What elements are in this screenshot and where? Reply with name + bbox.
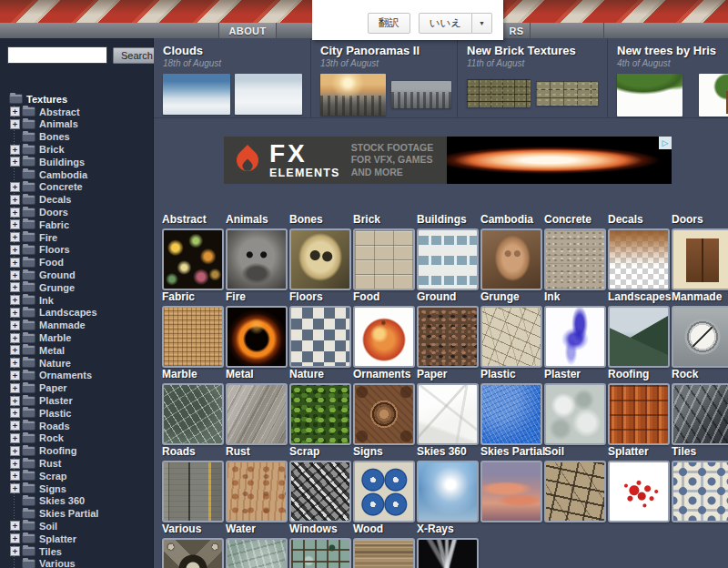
- texture-thumbnail[interactable]: [226, 383, 288, 445]
- featured-title[interactable]: City Panoramas II: [320, 44, 457, 57]
- featured-thumbnail[interactable]: [391, 81, 451, 108]
- sidebar-item-label[interactable]: Various: [39, 558, 76, 568]
- texture-category[interactable]: Various: [162, 522, 224, 568]
- expand-icon[interactable]: +: [10, 232, 20, 242]
- category-label[interactable]: Ink: [544, 290, 606, 304]
- texture-thumbnail[interactable]: [226, 228, 288, 290]
- texture-category[interactable]: Nature: [289, 368, 351, 445]
- sidebar-item-label[interactable]: Bones: [39, 131, 70, 142]
- texture-thumbnail[interactable]: [417, 383, 479, 445]
- sidebar-item-label[interactable]: Rock: [39, 432, 64, 443]
- category-label[interactable]: Rust: [226, 445, 288, 459]
- sidebar-item[interactable]: +Animals: [0, 118, 153, 131]
- texture-category[interactable]: Animals: [226, 213, 288, 290]
- category-label[interactable]: Roads: [162, 445, 224, 459]
- category-label[interactable]: Landscapes: [608, 290, 670, 304]
- texture-category[interactable]: Concrete: [544, 213, 606, 290]
- category-label[interactable]: Skies Partial: [480, 445, 542, 459]
- sidebar-item-label[interactable]: Abstract: [39, 106, 80, 117]
- expand-icon[interactable]: +: [10, 446, 20, 456]
- expand-icon[interactable]: +: [10, 333, 20, 343]
- sidebar-item-label[interactable]: Landscapes: [39, 307, 97, 318]
- sidebar-item[interactable]: +Rock: [0, 432, 153, 445]
- featured-title[interactable]: Clouds: [163, 44, 310, 57]
- featured-thumbnail[interactable]: [320, 74, 386, 116]
- category-label[interactable]: Nature: [289, 368, 351, 381]
- texture-thumbnail[interactable]: [480, 306, 542, 368]
- expand-icon[interactable]: +: [10, 282, 20, 292]
- sidebar-item-label[interactable]: Concrete: [39, 181, 83, 192]
- expand-icon[interactable]: +: [10, 157, 20, 167]
- sidebar-item[interactable]: +Ornaments: [0, 370, 153, 382]
- texture-thumbnail[interactable]: [162, 538, 224, 568]
- featured-title[interactable]: New Brick Textures: [467, 44, 607, 57]
- expand-icon[interactable]: +: [10, 119, 20, 129]
- texture-thumbnail[interactable]: [162, 461, 224, 522]
- category-label[interactable]: Metal: [226, 368, 288, 381]
- texture-category[interactable]: Splatter: [608, 445, 670, 522]
- expand-icon[interactable]: +: [10, 320, 20, 330]
- texture-category[interactable]: Rock: [672, 368, 728, 445]
- category-label[interactable]: Roofing: [608, 368, 670, 381]
- texture-thumbnail[interactable]: [608, 306, 670, 368]
- category-label[interactable]: Doors: [672, 213, 728, 227]
- texture-thumbnail[interactable]: [544, 228, 606, 290]
- sidebar-item[interactable]: +Plastic: [0, 407, 153, 420]
- sidebar-item[interactable]: +Soil: [0, 520, 153, 532]
- texture-category[interactable]: Metal: [226, 368, 288, 445]
- sidebar-item-label[interactable]: Marble: [39, 332, 71, 343]
- sidebar-item[interactable]: +Doors: [0, 206, 153, 218]
- category-label[interactable]: Splatter: [608, 445, 670, 459]
- expand-icon[interactable]: +: [10, 182, 20, 192]
- sidebar-item-label[interactable]: Roads: [39, 421, 70, 431]
- expand-icon[interactable]: +: [10, 383, 20, 393]
- sidebar-item[interactable]: +Various: [0, 557, 153, 568]
- expand-icon[interactable]: +: [10, 345, 20, 355]
- ad-left-section[interactable]: FX ELEMENTS STOCK FOOTAGE FOR VFX, GAMES…: [224, 137, 447, 184]
- sidebar-item[interactable]: +Floors: [0, 244, 153, 257]
- featured-thumbnail[interactable]: [235, 74, 302, 115]
- texture-category[interactable]: Roofing: [608, 368, 670, 445]
- texture-thumbnail[interactable]: [417, 228, 479, 290]
- featured-thumbnail[interactable]: [699, 74, 728, 117]
- expand-icon[interactable]: +: [10, 433, 20, 443]
- category-label[interactable]: Wood: [353, 522, 415, 536]
- category-label[interactable]: Soil: [544, 445, 606, 459]
- category-label[interactable]: Floors: [289, 290, 351, 304]
- expand-icon[interactable]: +: [10, 421, 20, 431]
- texture-category[interactable]: Fabric: [162, 290, 224, 368]
- texture-thumbnail[interactable]: [544, 461, 606, 522]
- sidebar-item[interactable]: +Scrap: [0, 470, 153, 482]
- ad-flame-image[interactable]: ▷: [447, 137, 672, 184]
- texture-thumbnail[interactable]: [608, 228, 670, 290]
- sidebar-item[interactable]: +Roads: [0, 420, 153, 432]
- sidebar-item-label[interactable]: Fabric: [39, 219, 69, 230]
- featured-thumbnail[interactable]: [467, 79, 531, 107]
- category-label[interactable]: Manmade: [672, 290, 728, 304]
- texture-category[interactable]: Cambodia: [480, 213, 542, 290]
- featured-thumbnail[interactable]: [617, 74, 682, 117]
- expand-icon[interactable]: +: [10, 459, 20, 469]
- sidebar-item[interactable]: +Skies 360: [0, 495, 153, 508]
- texture-category[interactable]: Doors: [672, 213, 728, 290]
- category-label[interactable]: Water: [226, 522, 288, 536]
- texture-category[interactable]: Manmade: [672, 290, 728, 368]
- category-label[interactable]: Windows: [289, 522, 351, 536]
- expand-icon[interactable]: +: [10, 370, 20, 380]
- category-label[interactable]: Tiles: [672, 445, 728, 459]
- sidebar-item[interactable]: +Signs: [0, 482, 153, 495]
- tab-about[interactable]: ABOUT: [218, 23, 277, 38]
- texture-thumbnail[interactable]: [672, 383, 728, 445]
- category-label[interactable]: X-Rays: [417, 522, 479, 536]
- sidebar-item-label[interactable]: Buildings: [39, 157, 85, 167]
- expand-icon[interactable]: +: [10, 471, 20, 481]
- sidebar-item-label[interactable]: Plastic: [39, 408, 71, 419]
- texture-category[interactable]: Rust: [226, 445, 288, 522]
- sidebar-item[interactable]: +Plaster: [0, 394, 153, 407]
- category-label[interactable]: Plastic: [480, 368, 542, 381]
- texture-thumbnail[interactable]: [289, 306, 351, 368]
- texture-thumbnail[interactable]: [289, 538, 351, 568]
- texture-category[interactable]: Wood: [353, 522, 415, 568]
- category-label[interactable]: Scrap: [289, 445, 351, 459]
- texture-category[interactable]: Ornaments: [353, 368, 415, 445]
